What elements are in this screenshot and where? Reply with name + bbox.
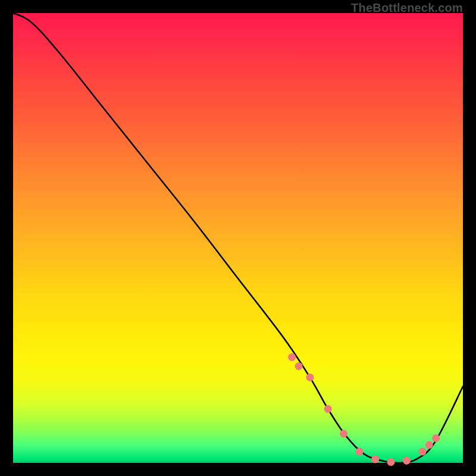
floor-dot xyxy=(295,362,303,370)
floor-dot xyxy=(403,457,411,465)
floor-dot xyxy=(288,353,296,361)
attribution-text: TheBottleneck.com xyxy=(351,1,463,15)
chart-stage: TheBottleneck.com xyxy=(0,0,476,476)
floor-dots-group xyxy=(288,353,440,466)
plot-area xyxy=(13,13,463,463)
floor-dot xyxy=(432,434,440,442)
floor-dot xyxy=(324,405,332,413)
floor-dot xyxy=(425,441,433,449)
floor-dot xyxy=(387,458,395,466)
floor-dot xyxy=(340,430,347,437)
floor-dot xyxy=(306,374,314,381)
chart-overlay xyxy=(13,13,463,463)
floor-dot xyxy=(356,448,364,456)
bottleneck-curve xyxy=(13,13,463,463)
floor-dot xyxy=(371,455,379,463)
floor-dot xyxy=(418,448,426,456)
